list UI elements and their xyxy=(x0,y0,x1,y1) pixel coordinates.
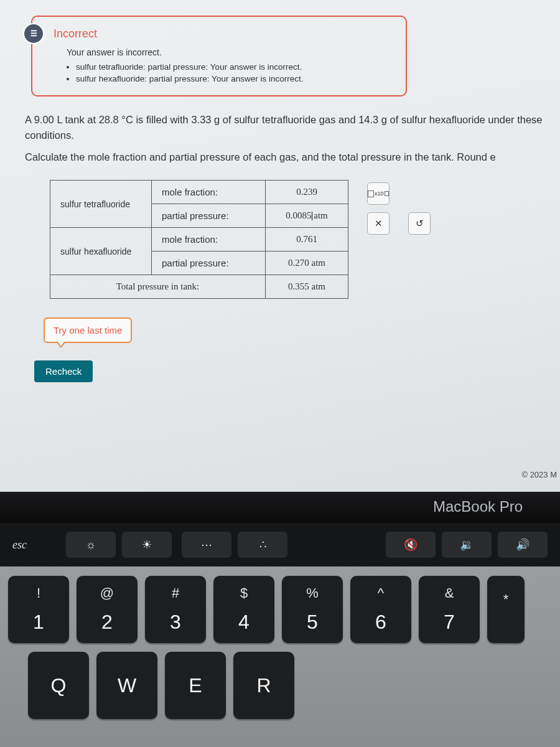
scientific-notation-button[interactable]: x10 xyxy=(367,182,390,205)
row2-mf-label: mole fraction: xyxy=(152,228,266,251)
key-q[interactable]: Q xyxy=(28,652,89,719)
touch-bar: esc ☼ ☀ ⋯ ∴ 🔇 🔉 🔊 xyxy=(0,523,560,566)
volume-down-key[interactable]: 🔉 xyxy=(442,532,492,558)
reset-icon: ↺ xyxy=(416,218,424,229)
brightness-up-icon: ☀ xyxy=(142,538,152,552)
feedback-subtext: Your answer is incorrect. xyxy=(67,47,396,57)
row1-mf-label: mole fraction: xyxy=(152,181,266,204)
key-e[interactable]: E xyxy=(165,652,226,719)
total-value[interactable]: 0.355 atm xyxy=(266,275,348,299)
brightness-down-key[interactable]: ☼ xyxy=(66,532,116,558)
key-3[interactable]: #3 xyxy=(145,576,206,643)
row2-mf-value[interactable]: 0.761 xyxy=(266,228,348,251)
key-6[interactable]: ^6 xyxy=(350,576,411,643)
row1-pp-label: partial pressure: xyxy=(152,204,266,228)
toolbox: x10 ✕ ↺ xyxy=(367,182,431,235)
feedback-item: sulfur hexafluoride: partial pressure: Y… xyxy=(76,74,396,83)
row1-name: sulfur tetrafluoride xyxy=(50,181,152,228)
row2-pp-value[interactable]: 0.270 atm xyxy=(266,251,348,275)
feedback-box: Incorrect Your answer is incorrect. sulf… xyxy=(31,16,407,96)
problem-statement: A 9.00 L tank at 28.8 °C is filled with … xyxy=(25,112,560,164)
key-8[interactable]: * xyxy=(487,576,525,643)
keyboard-bright-key[interactable]: ∴ xyxy=(238,532,287,558)
esc-key[interactable]: esc xyxy=(12,538,56,552)
laptop-brand: MacBook Pro xyxy=(433,498,523,515)
key-4[interactable]: $4 xyxy=(213,576,274,643)
reset-button[interactable]: ↺ xyxy=(408,212,431,235)
recheck-button[interactable]: Recheck xyxy=(34,360,93,382)
keyboard-dim-icon: ⋯ xyxy=(201,538,212,552)
mute-icon: 🔇 xyxy=(404,538,418,552)
keyboard: !1 @2 #3 $4 %5 ^6 &7 * Q W E R xyxy=(0,566,560,747)
total-label: Total pressure in tank: xyxy=(50,275,266,299)
status-icon xyxy=(23,23,44,44)
clear-button[interactable]: ✕ xyxy=(367,212,390,235)
laptop-bezel: MacBook Pro xyxy=(0,492,560,523)
problem-line-1: A 9.00 L tank at 28.8 °C is filled with … xyxy=(25,112,557,143)
row2-pp-label: partial pressure: xyxy=(152,251,266,275)
key-2[interactable]: @2 xyxy=(77,576,138,643)
key-1[interactable]: !1 xyxy=(8,576,69,643)
problem-line-2: Calculate the mole fraction and partial … xyxy=(25,149,557,165)
mute-key[interactable]: 🔇 xyxy=(386,532,436,558)
vol-up-icon: 🔊 xyxy=(516,538,530,552)
status-label: Incorrect xyxy=(54,27,97,40)
key-7[interactable]: &7 xyxy=(419,576,480,643)
brightness-down-icon: ☼ xyxy=(86,538,96,552)
vol-down-icon: 🔉 xyxy=(460,538,474,552)
feedback-list: sulfur tetrafluoride: partial pressure: … xyxy=(76,62,396,83)
brightness-up-key[interactable]: ☀ xyxy=(122,532,172,558)
key-5[interactable]: %5 xyxy=(282,576,343,643)
key-w[interactable]: W xyxy=(96,652,157,719)
volume-up-key[interactable]: 🔊 xyxy=(498,532,548,558)
row1-pp-value[interactable]: 0.0085 atm xyxy=(266,204,348,228)
answer-table: sulfur tetrafluoride mole fraction: 0.23… xyxy=(50,180,348,299)
x-icon: ✕ xyxy=(375,218,383,229)
row1-mf-value[interactable]: 0.239 xyxy=(266,181,348,204)
key-r[interactable]: R xyxy=(233,652,294,719)
feedback-item: sulfur tetrafluoride: partial pressure: … xyxy=(76,62,396,72)
keyboard-dim-key[interactable]: ⋯ xyxy=(182,532,231,558)
row2-name: sulfur hexafluoride xyxy=(50,228,152,275)
keyboard-bright-icon: ∴ xyxy=(259,538,266,552)
copyright-text: © 2023 M xyxy=(521,470,557,479)
try-again-button[interactable]: Try one last time xyxy=(44,317,132,343)
